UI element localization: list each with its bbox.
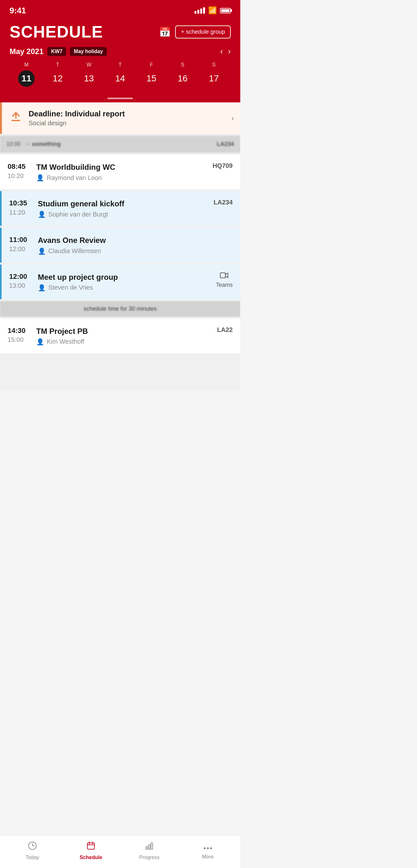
timer-text: schedule time for 30 minutes [84, 306, 157, 312]
status-bar: 9:41 📶 [0, 0, 240, 19]
day-name-mon: M [24, 62, 28, 68]
schedule-group-button[interactable]: + schedule group [175, 25, 231, 38]
day-col-sat[interactable]: S 16 [167, 62, 198, 87]
event-name: TM Project PB [36, 326, 217, 336]
person-name: Steven de Vries [48, 284, 93, 291]
event-details: Studium general kickoff 👤 Sophie van der… [38, 199, 214, 218]
event-card-avans[interactable]: 11:00 12:00 Avans One Review 👤 Claudia W… [0, 228, 240, 262]
event-start: 14:30 [8, 326, 36, 335]
day-col-wed[interactable]: W 13 [73, 62, 104, 87]
deadline-card[interactable]: Deadline: Individual report Social desig… [0, 102, 240, 134]
day-col-sun[interactable]: S 17 [198, 62, 229, 87]
video-icon [220, 272, 228, 280]
day-col-thu[interactable]: T 14 [104, 62, 136, 87]
bottom-nav: Today Schedule Progress [0, 835, 240, 868]
event-start: 08:45 [8, 162, 36, 172]
event-end: 10:20 [8, 172, 36, 180]
day-col-fri[interactable]: F 15 [136, 62, 167, 87]
header-actions: 📅 + schedule group [159, 25, 231, 38]
status-time: 9:41 [9, 6, 26, 16]
svg-rect-6 [87, 843, 94, 849]
person-name: Sophie van der Burgt [48, 211, 108, 218]
event-end: 13:00 [9, 281, 38, 290]
indicator-line [107, 98, 133, 99]
event-row: 14:30 15:00 TM Project PB 👤 Kim Westhoff… [8, 326, 233, 346]
person-icon: 👤 [36, 338, 44, 346]
svg-rect-0 [11, 120, 20, 121]
event-teams: Teams [216, 272, 233, 288]
day-num-17: 17 [206, 70, 222, 87]
event-person: 👤 Sophie van der Burgt [38, 211, 214, 218]
day-name-sat: S [181, 62, 184, 68]
calendar-icon[interactable]: 📅 [159, 26, 171, 37]
nav-today[interactable]: Today [3, 841, 62, 860]
event-location: HQ709 [213, 162, 233, 169]
day-col-tue[interactable]: T 12 [42, 62, 73, 87]
deadline-info: Deadline: Individual report Social desig… [29, 110, 225, 127]
person-name: Claudia Willemsen [48, 247, 101, 255]
day-num-14: 14 [112, 70, 128, 87]
nav-more-label: More [202, 854, 214, 860]
event-name: Avans One Review [38, 235, 233, 245]
nav-schedule[interactable]: Schedule [62, 841, 120, 860]
header-top: SCHEDULE 📅 + schedule group [9, 22, 231, 41]
next-arrow[interactable]: › [228, 46, 231, 56]
svg-point-13 [204, 847, 206, 849]
event-person: 👤 Raymond van Loon [36, 174, 213, 182]
event-person: 👤 Steven de Vries [38, 284, 216, 291]
blurred-row-1: 10:00 → something LA234 [0, 136, 240, 153]
event-location: LA22 [217, 326, 233, 334]
chevron-right-icon: › [231, 114, 234, 123]
event-location: LA234 [214, 199, 233, 206]
event-details: TM Worldbuilding WC 👤 Raymond van Loon [36, 162, 213, 182]
event-card-project-pb[interactable]: 14:30 15:00 TM Project PB 👤 Kim Westhoff… [0, 318, 240, 353]
event-details: Meet up project group 👤 Steven de Vries [38, 272, 216, 291]
svg-rect-11 [149, 845, 150, 849]
event-end: 12:00 [9, 245, 38, 253]
event-times: 14:30 15:00 [8, 326, 36, 344]
nav-progress[interactable]: Progress [120, 841, 179, 860]
person-icon: 👤 [38, 284, 46, 291]
progress-icon [145, 841, 154, 853]
date-nav-left: May 2021 KW7 May holiday [9, 47, 107, 56]
day-num-15: 15 [143, 70, 160, 87]
event-times: 10:35 11:20 [9, 199, 38, 217]
day-num-11: 11 [18, 70, 35, 87]
svg-point-14 [207, 847, 209, 849]
status-icons: 📶 [194, 6, 231, 14]
day-num-16: 16 [174, 70, 191, 87]
day-name-thu: T [119, 62, 122, 68]
wifi-icon: 📶 [208, 6, 217, 14]
nav-arrows: ‹ › [220, 46, 231, 56]
today-icon [28, 841, 37, 853]
svg-point-15 [210, 847, 212, 849]
week-tag: KW7 [47, 47, 66, 56]
day-col-mon[interactable]: M 11 [11, 62, 42, 87]
prev-arrow[interactable]: ‹ [220, 46, 223, 56]
event-start: 11:00 [9, 235, 38, 245]
person-icon: 👤 [36, 174, 44, 182]
more-icon [203, 842, 213, 852]
event-row: 08:45 10:20 TM Worldbuilding WC 👤 Raymon… [8, 162, 233, 182]
person-icon: 👤 [38, 247, 46, 255]
header: SCHEDULE 📅 + schedule group May 2021 KW7… [0, 19, 240, 93]
event-card-worldbuilding[interactable]: 08:45 10:20 TM Worldbuilding WC 👤 Raymon… [0, 155, 240, 189]
day-name-tue: T [56, 62, 59, 68]
svg-rect-10 [146, 847, 148, 849]
event-start: 10:35 [9, 199, 38, 208]
event-times: 08:45 10:20 [8, 162, 36, 180]
signal-icon [194, 7, 205, 14]
event-row: 10:35 11:20 Studium general kickoff 👤 So… [9, 199, 233, 218]
battery-icon [220, 8, 231, 13]
event-card-meetup[interactable]: 12:00 13:00 Meet up project group 👤 Stev… [0, 265, 240, 299]
upload-icon [9, 110, 22, 126]
page-title: SCHEDULE [9, 22, 103, 41]
main-content: Deadline: Individual report Social desig… [0, 102, 240, 390]
date-nav: May 2021 KW7 May holiday ‹ › [9, 46, 231, 56]
day-num-13: 13 [81, 70, 97, 87]
event-card-studium[interactable]: 10:35 11:20 Studium general kickoff 👤 So… [0, 191, 240, 226]
event-start: 12:00 [9, 272, 38, 281]
nav-more[interactable]: More [179, 842, 237, 860]
deadline-title: Deadline: Individual report [29, 110, 225, 118]
teams-label: Teams [216, 282, 233, 288]
